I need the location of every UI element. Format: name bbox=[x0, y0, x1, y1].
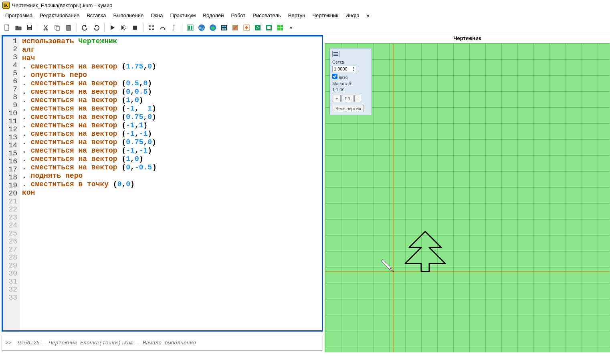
actor-painter-button[interactable] bbox=[230, 23, 240, 32]
svg-rect-23 bbox=[222, 26, 224, 27]
menu-item-5[interactable]: Практикум bbox=[167, 11, 198, 20]
svg-rect-24 bbox=[224, 26, 226, 27]
svg-rect-7 bbox=[56, 26, 59, 30]
svg-rect-9 bbox=[67, 25, 70, 26]
actor-vertun-button[interactable] bbox=[242, 23, 251, 32]
window-title: Чертежник_Елочка(векторы).kum - Кумир bbox=[12, 2, 112, 8]
actor-vodoley-button[interactable] bbox=[197, 23, 206, 32]
console-time: 9:56:25 bbox=[18, 340, 40, 346]
svg-rect-17 bbox=[188, 26, 190, 30]
code-editor[interactable]: 1234567891011121314151617181920212223242… bbox=[2, 35, 323, 332]
run-button[interactable] bbox=[108, 23, 117, 32]
svg-point-12 bbox=[152, 25, 154, 27]
svg-point-19 bbox=[198, 24, 205, 31]
svg-point-15 bbox=[174, 24, 175, 26]
spin-down[interactable]: ▼ bbox=[351, 69, 356, 72]
actor-turtle-button[interactable] bbox=[208, 23, 218, 32]
save-file-button[interactable] bbox=[25, 23, 34, 32]
svg-point-13 bbox=[149, 28, 151, 30]
left-pane: 1234567891011121314151617181920212223242… bbox=[0, 35, 325, 352]
actor-drawer-button[interactable] bbox=[253, 23, 263, 32]
undo-button[interactable] bbox=[80, 23, 90, 32]
console-sep: - bbox=[43, 340, 46, 346]
svg-rect-26 bbox=[224, 28, 226, 30]
auto-checkbox-row[interactable]: авто bbox=[332, 74, 369, 80]
console-sep: - bbox=[137, 340, 140, 346]
tool-a-button[interactable] bbox=[147, 23, 156, 32]
cut-button[interactable] bbox=[41, 23, 51, 32]
actor-files-button[interactable] bbox=[186, 23, 195, 32]
main-area: 1234567891011121314151617181920212223242… bbox=[0, 35, 610, 352]
new-file-button[interactable] bbox=[2, 23, 12, 32]
console-file: Чертежник_Елочка(точки).kum bbox=[49, 340, 133, 346]
console-prompt: >> bbox=[5, 340, 12, 346]
scale-label: Масштаб: bbox=[332, 81, 369, 86]
menu-item-11[interactable]: Инфо bbox=[343, 11, 362, 20]
auto-checkbox[interactable] bbox=[332, 74, 337, 79]
menu-item-10[interactable]: Чертежник bbox=[309, 11, 341, 20]
svg-rect-2 bbox=[28, 25, 31, 27]
line-gutter: 1234567891011121314151617181920212223242… bbox=[3, 36, 20, 330]
menu-item-9[interactable]: Вертун bbox=[285, 11, 308, 20]
toolbar: » bbox=[0, 20, 610, 35]
actor-green-b-button[interactable] bbox=[275, 23, 285, 32]
grid-step-input[interactable]: ▲▼ bbox=[332, 66, 356, 72]
svg-point-21 bbox=[211, 26, 215, 30]
menu-item-8[interactable]: Рисователь bbox=[250, 11, 283, 20]
tool-c-button[interactable] bbox=[169, 23, 179, 32]
spin-up[interactable]: ▲ bbox=[351, 66, 356, 69]
drawer-canvas[interactable]: Сетка: ▲▼ авто Масштаб: 1:1.00 +1:1- Вес… bbox=[325, 43, 610, 352]
svg-point-11 bbox=[149, 25, 151, 27]
redo-button[interactable] bbox=[91, 23, 101, 32]
toolbar-separator bbox=[77, 23, 77, 32]
menubar: ПрограммаРедактированиеВставкаВыполнение… bbox=[0, 10, 610, 20]
panel-menu-icon[interactable] bbox=[332, 51, 339, 57]
console-msg: Начало выполнения bbox=[143, 340, 196, 346]
toolbar-overflow[interactable]: » bbox=[287, 23, 295, 32]
menu-item-2[interactable]: Вставка bbox=[84, 11, 109, 20]
grid-label: Сетка: bbox=[332, 60, 369, 64]
titlebar: K Чертежник_Елочка(векторы).kum - Кумир bbox=[0, 0, 610, 10]
menu-item-6[interactable]: Водолей bbox=[200, 11, 226, 20]
auto-label: авто bbox=[339, 75, 348, 80]
toolbar-separator bbox=[104, 23, 105, 32]
svg-rect-31 bbox=[267, 26, 271, 29]
stop-button[interactable] bbox=[130, 23, 140, 32]
toolbar-separator bbox=[143, 23, 143, 32]
toolbar-separator bbox=[38, 23, 38, 32]
drawer-settings-panel: Сетка: ▲▼ авто Масштаб: 1:1.00 +1:1- Вес… bbox=[329, 48, 372, 115]
console: >> 9:56:25 - Чертежник_Елочка(точки).kum… bbox=[2, 335, 323, 351]
svg-rect-18 bbox=[191, 26, 192, 30]
menu-item-3[interactable]: Выполнение bbox=[110, 11, 146, 20]
svg-point-14 bbox=[152, 28, 154, 30]
open-file-button[interactable] bbox=[14, 23, 23, 32]
zoom-in-button[interactable]: + bbox=[333, 95, 341, 102]
actor-green-a-button[interactable] bbox=[264, 23, 274, 32]
right-pane: Чертежник bbox=[325, 35, 610, 352]
menu-item-0[interactable]: Программа bbox=[2, 11, 35, 20]
svg-rect-3 bbox=[28, 28, 31, 30]
zoom-out-button[interactable]: - bbox=[354, 95, 362, 102]
menu-item-4[interactable]: Окна bbox=[148, 11, 166, 20]
paste-button[interactable] bbox=[64, 23, 73, 32]
step-button[interactable] bbox=[119, 23, 129, 32]
copy-button[interactable] bbox=[53, 23, 62, 32]
tool-b-button[interactable] bbox=[158, 23, 168, 32]
grid-step-field[interactable] bbox=[333, 66, 351, 72]
menu-item-1[interactable]: Редактирование bbox=[37, 11, 82, 20]
actor-robot-button[interactable] bbox=[219, 23, 229, 32]
menu-item-12[interactable]: » bbox=[364, 11, 372, 20]
svg-rect-10 bbox=[133, 26, 137, 30]
svg-rect-25 bbox=[222, 28, 224, 30]
toolbar-separator bbox=[182, 23, 182, 32]
zoom-reset-button[interactable]: 1:1 bbox=[341, 95, 353, 102]
drawer-title: Чертежник bbox=[325, 35, 610, 43]
scale-value: 1:1.00 bbox=[332, 87, 369, 92]
fit-all-button[interactable]: Весь чертеж bbox=[333, 105, 364, 112]
menu-item-7[interactable]: Робот bbox=[228, 11, 248, 20]
app-icon: K bbox=[2, 2, 10, 9]
code-area[interactable]: использовать Чертежникалгнач. сместиться… bbox=[20, 36, 322, 330]
